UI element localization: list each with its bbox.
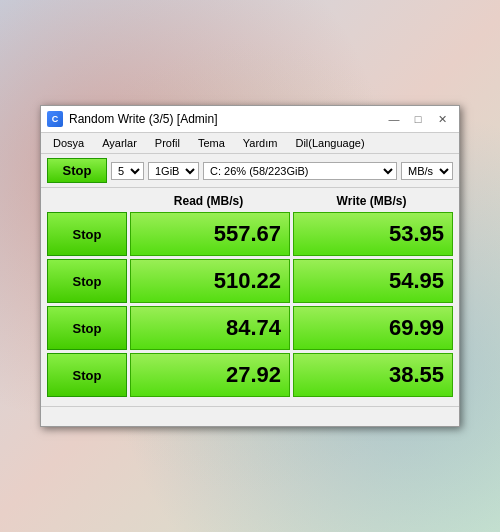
status-bar [41,406,459,426]
read-header: Read (MB/s) [127,192,290,210]
write-value-2: 54.95 [293,259,453,303]
title-bar: C Random Write (3/5) [Admin] — □ ✕ [41,106,459,133]
menu-profil[interactable]: Profil [147,135,188,151]
maximize-button[interactable]: □ [407,110,429,128]
app-window: C Random Write (3/5) [Admin] — □ ✕ Dosya… [40,105,460,427]
unit-select[interactable]: MB/s [401,162,453,180]
read-value-2: 510.22 [130,259,290,303]
menu-bar: Dosya Ayarlar Profil Tema Yardım Dil(Lan… [41,133,459,154]
menu-ayarlar[interactable]: Ayarlar [94,135,145,151]
toolbar: Stop 5 1GiB C: 26% (58/223GiB) MB/s [41,154,459,188]
stop-button-2[interactable]: Stop [47,259,127,303]
read-value-3: 84.74 [130,306,290,350]
table-row: Stop 557.67 53.95 [47,212,453,256]
table-row: Stop 84.74 69.99 [47,306,453,350]
stop-button-1[interactable]: Stop [47,212,127,256]
read-value-4: 27.92 [130,353,290,397]
menu-tema[interactable]: Tema [190,135,233,151]
content-area: Read (MB/s) Write (MB/s) Stop 557.67 53.… [41,188,459,406]
drive-select[interactable]: C: 26% (58/223GiB) [203,162,397,180]
stop-button-4[interactable]: Stop [47,353,127,397]
close-button[interactable]: ✕ [431,110,453,128]
minimize-button[interactable]: — [383,110,405,128]
table-row: Stop 510.22 54.95 [47,259,453,303]
main-stop-button[interactable]: Stop [47,158,107,183]
size-select[interactable]: 1GiB [148,162,199,180]
menu-yardim[interactable]: Yardım [235,135,286,151]
stop-button-3[interactable]: Stop [47,306,127,350]
window-title: Random Write (3/5) [Admin] [69,112,383,126]
read-value-1: 557.67 [130,212,290,256]
write-value-4: 38.55 [293,353,453,397]
write-value-1: 53.95 [293,212,453,256]
menu-dosya[interactable]: Dosya [45,135,92,151]
app-icon: C [47,111,63,127]
write-header: Write (MB/s) [290,192,453,210]
menu-language[interactable]: Dil(Language) [287,135,372,151]
window-controls: — □ ✕ [383,110,453,128]
write-value-3: 69.99 [293,306,453,350]
count-select[interactable]: 5 [111,162,144,180]
table-header: Read (MB/s) Write (MB/s) [47,192,453,210]
table-row: Stop 27.92 38.55 [47,353,453,397]
